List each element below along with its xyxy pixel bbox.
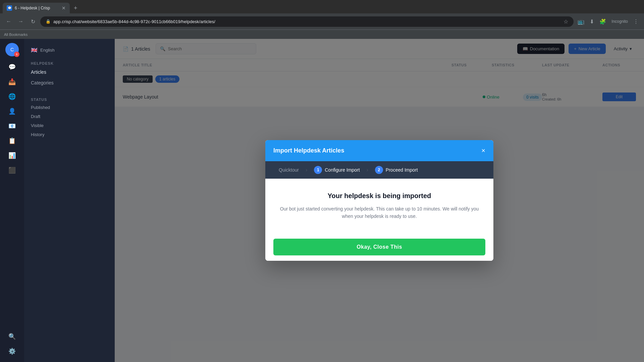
step-proceed-import[interactable]: 2 Proceed Import	[370, 166, 423, 174]
language-label: English	[40, 48, 55, 53]
import-modal: Import Helpdesk Articles × Quicktour › 1…	[265, 140, 493, 261]
modal-steps: Quicktour › 1 Configure Import › 2 Proce…	[265, 161, 493, 179]
main-content: 📄 1 Articles 🔍 📖 Documentation + New Art…	[115, 39, 644, 362]
language-selector[interactable]: 🇬🇧 English	[24, 44, 115, 59]
extensions-icon[interactable]: 🧩	[598, 17, 607, 26]
helpdesk-section-title: HELPDESK	[24, 59, 115, 67]
plugins-icon[interactable]: ⬛	[5, 164, 19, 177]
reload-button[interactable]: ↻	[28, 17, 38, 26]
notification-badge: 6	[14, 52, 19, 57]
incognito-label: Incognito	[610, 18, 629, 25]
settings-icon[interactable]: ⚙️	[5, 345, 19, 358]
modal-footer: Okay, Close This	[265, 233, 493, 261]
status-section-title: STATUS	[24, 95, 115, 103]
search-icon[interactable]: 🔍	[5, 330, 19, 343]
sidebar-item-articles[interactable]: Articles	[24, 67, 115, 77]
language-flag: 🇬🇧	[31, 47, 38, 53]
cast-icon[interactable]: 📺	[576, 17, 586, 26]
back-button[interactable]: ←	[4, 17, 13, 26]
bookmarks-bar: All Bookmarks	[0, 29, 644, 39]
sidebar-item-categories[interactable]: Categories	[24, 77, 115, 88]
inbox-icon[interactable]: 📥	[5, 75, 19, 88]
app-container: C 6 💬 📥 🌐 👤 📧 📋 📊 ⬛ 🔍 ⚙️ 🇬🇧 English HELP…	[0, 39, 644, 362]
toolbar-right: 📺 ⬇ 🧩 Incognito ⋮	[576, 17, 640, 26]
browser-tab[interactable]: 💬 6 - Helpdesk | Crisp ✕	[3, 3, 70, 13]
analytics-icon[interactable]: 📊	[5, 149, 19, 162]
new-tab-button[interactable]: +	[71, 5, 80, 12]
lock-icon: 🔒	[46, 19, 51, 24]
modal-overlay: Import Helpdesk Articles × Quicktour › 1…	[115, 39, 644, 362]
modal-title: Import Helpdesk Articles	[273, 147, 344, 154]
status-section: STATUS Published Draft Visible History	[24, 95, 115, 139]
address-bar[interactable]: 🔒 app.crisp.chat/website/6833ae5b-844d-4…	[40, 16, 574, 27]
modal-body: Your helpdesk is being imported Our bot …	[265, 179, 493, 234]
forward-button[interactable]: →	[16, 17, 25, 26]
modal-body-title: Your helpdesk is being imported	[276, 192, 483, 200]
url-text: app.crisp.chat/website/6833ae5b-844d-4c9…	[53, 19, 561, 24]
modal-header: Import Helpdesk Articles ×	[265, 140, 493, 161]
contacts-icon[interactable]: 👤	[5, 105, 19, 118]
browser-toolbar: ← → ↻ 🔒 app.crisp.chat/website/6833ae5b-…	[0, 13, 644, 29]
avatar-initials: C	[10, 47, 14, 52]
sidebar-status-published[interactable]: Published	[24, 103, 115, 112]
tab-close-button[interactable]: ✕	[62, 5, 66, 11]
sidebar-status-visible[interactable]: Visible	[24, 121, 115, 130]
bookmarks-bar-text: All Bookmarks	[4, 33, 28, 37]
sidebar-status-draft[interactable]: Draft	[24, 112, 115, 121]
step-divider-2: ›	[367, 167, 368, 173]
browser-tab-bar: 💬 6 - Helpdesk | Crisp ✕ +	[0, 0, 644, 13]
sidebar: 🇬🇧 English HELPDESK Articles Categories …	[24, 39, 115, 362]
modal-close-button[interactable]: ×	[481, 147, 485, 155]
download-icon[interactable]: ⬇	[588, 17, 595, 26]
sidebar-status-history[interactable]: History	[24, 130, 115, 139]
step2-number: 2	[375, 166, 383, 174]
menu-icon[interactable]: ⋮	[632, 17, 640, 26]
icon-bar: C 6 💬 📥 🌐 👤 📧 📋 📊 ⬛ 🔍 ⚙️	[0, 39, 24, 362]
tab-favicon: 💬	[7, 5, 12, 11]
helpdesk-icon[interactable]: 📋	[5, 134, 19, 147]
step-divider-1: ›	[306, 167, 307, 173]
okay-close-button[interactable]: Okay, Close This	[273, 239, 485, 255]
globe-icon[interactable]: 🌐	[5, 90, 19, 103]
modal-body-text: Our bot just started converting your hel…	[276, 205, 483, 220]
tab-title: 6 - Helpdesk | Crisp	[15, 6, 59, 10]
user-avatar[interactable]: C 6	[5, 43, 19, 56]
step-quicktour[interactable]: Quicktour	[273, 167, 304, 173]
step-configure-import[interactable]: 1 Configure Import	[309, 166, 365, 174]
chat-icon[interactable]: 💬	[5, 60, 19, 74]
bookmark-star-icon[interactable]: ☆	[564, 18, 568, 25]
step1-number: 1	[314, 166, 322, 174]
campaigns-icon[interactable]: 📧	[5, 119, 19, 133]
